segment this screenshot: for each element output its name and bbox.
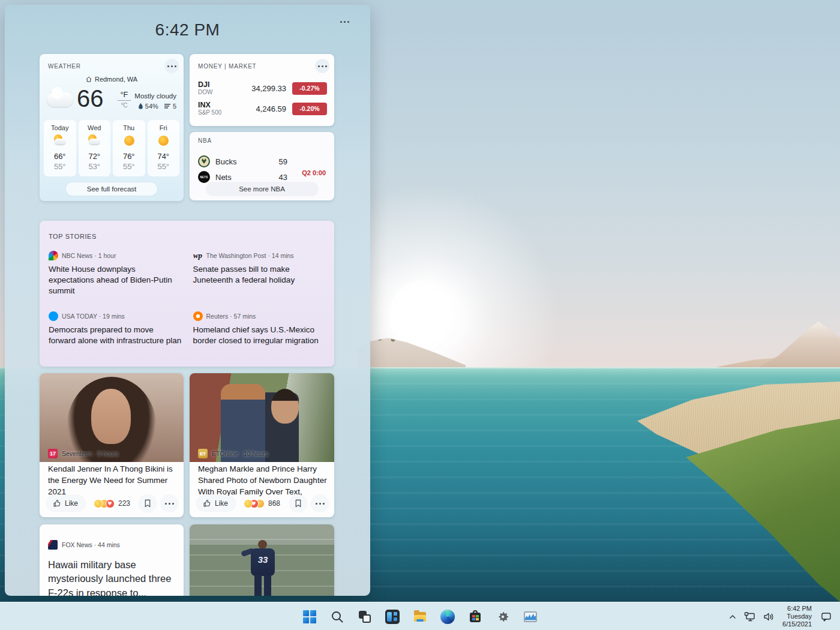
unit-celsius[interactable]: °C bbox=[118, 102, 131, 109]
notification-center-button[interactable] bbox=[817, 606, 835, 628]
story-item[interactable]: Reuters · 57 mins Homeland chief says U.… bbox=[193, 311, 327, 346]
droplet-icon bbox=[138, 103, 143, 110]
panel-more-button[interactable] bbox=[337, 16, 352, 28]
article-meta: ETOnline · 10 hours bbox=[212, 450, 268, 457]
ellipsis-icon bbox=[319, 503, 321, 505]
market-widget[interactable]: MONEY | MARKET DJI DOW 34,299.33 -0.27% … bbox=[190, 54, 334, 126]
news-card-football[interactable]: 33 bbox=[190, 524, 334, 596]
weather-title: WEATHER bbox=[48, 63, 81, 70]
nets-logo-icon: NETS bbox=[198, 171, 210, 183]
see-more-nba-button[interactable]: See more NBA bbox=[206, 182, 318, 196]
story-meta: USA TODAY · 19 mins bbox=[62, 313, 125, 320]
usa-today-logo-icon bbox=[49, 311, 58, 321]
unit-fahrenheit[interactable]: °F bbox=[118, 90, 131, 101]
article-meta: Seventeen · 9 hours bbox=[62, 450, 119, 457]
ethernet-icon bbox=[744, 611, 756, 622]
microsoft-store-button[interactable] bbox=[463, 605, 487, 629]
market-change-badge: -0.20% bbox=[292, 103, 327, 115]
task-view-button[interactable] bbox=[353, 605, 377, 629]
network-button[interactable] bbox=[741, 606, 759, 628]
like-button[interactable]: Like bbox=[197, 496, 235, 511]
story-item[interactable]: wp The Washington Post · 14 mins Senate … bbox=[193, 251, 327, 296]
bookmark-button[interactable] bbox=[290, 495, 307, 512]
article-headline: Kendall Jenner In A Thong Bikini is the … bbox=[48, 463, 176, 497]
football-player-figure: 33 bbox=[247, 540, 278, 596]
nba-row-bucks[interactable]: Bucks 59 bbox=[198, 154, 287, 169]
seventeen-logo-icon: 17 bbox=[48, 449, 58, 458]
notification-bubble-icon bbox=[820, 611, 832, 622]
like-button[interactable]: Like bbox=[47, 496, 85, 511]
story-item[interactable]: USA TODAY · 19 mins Democrats prepared t… bbox=[49, 311, 182, 346]
forecast-day-wed[interactable]: Wed 72° 53° bbox=[79, 120, 111, 176]
unit-toggle[interactable]: °F °C bbox=[118, 90, 131, 109]
news-card-foxnews[interactable]: FOX News · 44 mins Hawaii military base … bbox=[40, 524, 184, 596]
start-button[interactable] bbox=[298, 605, 322, 629]
tray-date: 6/15/2021 bbox=[782, 620, 812, 628]
forecast-day-thu[interactable]: Thu 76° 55° bbox=[113, 120, 145, 176]
search-button[interactable] bbox=[325, 605, 349, 629]
market-change-badge: -0.27% bbox=[292, 82, 327, 95]
news-card-etonline[interactable]: ET ETOnline · 10 hours Meghan Markle and… bbox=[190, 373, 334, 517]
tray-clock[interactable]: 6:42 PM Tuesday 6/15/2021 bbox=[778, 606, 816, 628]
story-item[interactable]: NBC News · 1 hour White House downplays … bbox=[49, 251, 182, 296]
thumb-reaction-icon bbox=[244, 499, 253, 508]
game-clock: Q2 0:00 bbox=[302, 169, 326, 176]
story-headline: Homeland chief says U.S.-Mexico border c… bbox=[193, 325, 327, 346]
partly-cloudy-icon bbox=[53, 136, 67, 146]
market-value: 4,246.59 bbox=[256, 104, 286, 113]
search-icon bbox=[330, 610, 344, 624]
nbc-news-logo-icon bbox=[49, 251, 58, 260]
thumb-reaction-icon bbox=[94, 499, 103, 508]
reaction-cluster[interactable]: 223 bbox=[94, 499, 130, 508]
settings-button[interactable] bbox=[491, 605, 515, 629]
widgets-icon bbox=[385, 610, 400, 624]
top-stories-title: TOP STORIES bbox=[49, 233, 97, 240]
see-full-forecast-button[interactable]: See full forecast bbox=[66, 182, 157, 196]
article-meta: FOX News · 44 mins bbox=[62, 541, 120, 548]
volume-button[interactable] bbox=[760, 606, 777, 628]
weather-more-button[interactable] bbox=[164, 59, 179, 73]
forecast-grid: Today 66° 55° Wed 72° 53° Thu 76° 55° bbox=[44, 120, 179, 176]
weather-widget[interactable]: WEATHER Redmond, WA 66 °F °C Mostly clou… bbox=[40, 54, 184, 201]
home-icon bbox=[86, 76, 92, 82]
widgets-button[interactable] bbox=[380, 605, 404, 629]
file-explorer-button[interactable] bbox=[408, 605, 432, 629]
bucks-logo-icon bbox=[198, 155, 210, 167]
sun bbox=[389, 281, 455, 350]
card-more-button[interactable] bbox=[311, 495, 328, 512]
precip-value: 54% bbox=[145, 103, 158, 110]
tray-time: 6:42 PM bbox=[782, 605, 812, 613]
task-manager-button[interactable] bbox=[518, 605, 542, 629]
windows-logo-icon bbox=[302, 610, 317, 624]
news-card-seventeen[interactable]: 17 Seventeen · 9 hours Kendall Jenner In… bbox=[40, 373, 184, 517]
edge-browser-button[interactable] bbox=[436, 605, 460, 629]
reaction-count: 868 bbox=[268, 499, 280, 508]
chevron-up-icon bbox=[728, 613, 737, 621]
forecast-day-today[interactable]: Today 66° 55° bbox=[44, 120, 76, 176]
heart-reaction-icon bbox=[106, 499, 115, 508]
folder-icon bbox=[413, 610, 427, 624]
nba-title: NBA bbox=[198, 137, 212, 144]
jersey-number: 33 bbox=[251, 554, 275, 565]
story-headline: Senate passes bill to make Juneteenth a … bbox=[193, 264, 327, 286]
forecast-day-fri[interactable]: Fri 74° 55° bbox=[148, 120, 180, 176]
bookmark-button[interactable] bbox=[139, 495, 156, 512]
reaction-cluster[interactable]: 868 bbox=[244, 499, 280, 508]
story-meta: NBC News · 1 hour bbox=[62, 252, 116, 259]
nba-widget[interactable]: NBA Bucks 59 NETS Nets 43 Q2 0:00 See mo… bbox=[190, 132, 334, 200]
bookmark-icon bbox=[295, 499, 302, 508]
market-row-dji[interactable]: DJI DOW 34,299.33 -0.27% bbox=[198, 78, 327, 98]
card-more-button[interactable] bbox=[161, 495, 178, 512]
aqi-value: 5 bbox=[173, 103, 176, 110]
team-score: 59 bbox=[279, 157, 287, 166]
fox-news-logo-icon bbox=[48, 540, 58, 550]
ellipsis-icon bbox=[344, 21, 346, 23]
top-stories-widget: TOP STORIES NBC News · 1 hour White Hous… bbox=[40, 221, 334, 367]
weather-location: Redmond, WA bbox=[95, 76, 137, 83]
current-temperature: 66 bbox=[77, 85, 104, 112]
tray-chevron-button[interactable] bbox=[725, 606, 740, 628]
etonline-logo-icon: ET bbox=[198, 449, 208, 458]
market-row-inx[interactable]: INX S&P 500 4,246.59 -0.20% bbox=[198, 98, 327, 119]
market-more-button[interactable] bbox=[315, 59, 329, 73]
washington-post-logo-icon: wp bbox=[193, 251, 203, 260]
